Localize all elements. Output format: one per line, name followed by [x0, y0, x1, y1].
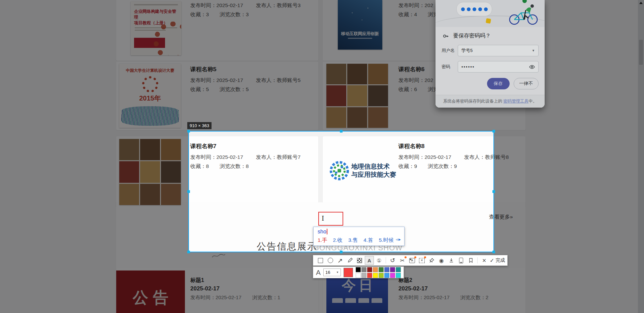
announcement-1-cover[interactable]: 公告 — [116, 271, 185, 313]
announcement-2-cover-partial-line — [326, 298, 388, 303]
announcement-2-info[interactable]: 标题2 2025-02-17 发布时间：2025-02-17浏览次数：2 — [398, 276, 488, 302]
palette-color-swatch[interactable] — [390, 267, 395, 272]
palette-color-swatch[interactable] — [384, 273, 389, 278]
palette-color-swatch[interactable] — [379, 273, 384, 278]
selection-handle[interactable] — [492, 190, 495, 193]
selection-handle[interactable] — [492, 251, 495, 253]
course-5-publish-time: 发布时间：2025-02-17 — [190, 77, 243, 83]
course-4-info[interactable]: 发布时间：202 收藏：4浏览 — [398, 1, 438, 19]
selection-handle[interactable] — [340, 130, 343, 133]
footer-text-prefix: 系统会将密码保存到此设备上的 — [443, 99, 503, 104]
save-button[interactable]: 保存 — [487, 78, 510, 89]
course-5-title[interactable]: 课程名称5 — [190, 65, 300, 74]
pin-button[interactable] — [427, 256, 436, 265]
bookmark-button[interactable] — [466, 256, 475, 265]
palette-color-swatch[interactable] — [373, 273, 378, 278]
text-cursor-ibeam-icon: I — [322, 216, 324, 222]
ime-next-page-icon[interactable]: ▶ — [398, 238, 401, 241]
palette-color-swatch[interactable] — [390, 273, 395, 278]
mosaic-tool-button[interactable] — [355, 256, 364, 265]
course-7-cover[interactable] — [119, 139, 181, 205]
password-dialog-footer: 系统会将密码保存到此设备上的 密码管理工具中。 — [436, 95, 545, 108]
announcement-1-info[interactable]: 标题1 2025-02-17 发布时间：2025-02-17浏览次数：1 — [190, 276, 280, 302]
scrollbar[interactable] — [638, 0, 644, 313]
ime-candidate-window: sho 1.手2.收3.售4.首5.时候 ◀▶ — [313, 227, 405, 246]
current-color-swatch[interactable] — [344, 268, 353, 277]
translate-button[interactable]: A — [408, 256, 417, 265]
scissors-icon: ✂ — [400, 257, 405, 264]
pushpin-icon — [429, 258, 434, 263]
course-6-cover[interactable] — [326, 64, 388, 128]
course-4-cover[interactable]: 移动互联网应用创新 — [338, 0, 382, 50]
done-button[interactable]: ✓ 完成 — [490, 257, 505, 264]
course-5-cover-title: 中国大学生计算机设计大赛 — [119, 68, 181, 74]
palette-color-swatch[interactable] — [361, 267, 366, 272]
course-5-cover[interactable]: 中国大学生计算机设计大赛 2015年 — [119, 64, 181, 128]
palette-color-swatch[interactable] — [356, 273, 361, 278]
ime-candidate[interactable]: 5.时候 — [379, 237, 394, 243]
selection-handle[interactable] — [187, 190, 190, 193]
send-to-device-button[interactable] — [456, 256, 465, 265]
palette-color-swatch[interactable] — [396, 267, 401, 272]
course-4-cover-title: 移动互联网应用创新 — [338, 31, 382, 37]
text-tool-button[interactable]: A — [365, 256, 374, 265]
selection-handle[interactable] — [187, 130, 190, 133]
selection-handle[interactable] — [187, 251, 190, 253]
selection-handle[interactable] — [492, 130, 495, 133]
selection-size-badge: 910 × 363 — [187, 122, 212, 129]
announcement-1-cover-text: 公告 — [116, 287, 185, 308]
password-manager-link[interactable]: 密码管理工具 — [503, 99, 528, 104]
cover-decor — [121, 106, 179, 126]
scrollbar-thumb[interactable] — [639, 40, 643, 65]
arrow-tool-button[interactable]: ↗ — [335, 256, 345, 265]
section-decor-squiggle — [212, 253, 226, 259]
ime-candidate[interactable]: 4.首 — [363, 237, 373, 243]
rectangle-icon — [318, 258, 323, 263]
cancel-button[interactable]: × — [480, 256, 489, 265]
palette-color-swatch[interactable] — [373, 267, 378, 272]
announcement-1-date: 2025-02-17 — [190, 284, 280, 293]
ime-prev-page-icon[interactable]: ◀ — [395, 238, 398, 241]
course-6-info[interactable]: 课程名称6 发布时间：202 收藏：6浏览 — [398, 65, 438, 94]
ellipse-tool-button[interactable] — [326, 256, 335, 265]
announcement-1-title[interactable]: 标题1 — [190, 276, 280, 284]
course-5-publisher: 发布人：教师账号5 — [256, 77, 301, 83]
palette-color-swatch[interactable] — [356, 267, 361, 272]
record-button[interactable]: ◉ — [437, 256, 446, 265]
ime-candidate[interactable]: 2.收 — [333, 237, 342, 243]
step-number-tool-button[interactable]: ① — [375, 256, 384, 265]
ocr-scissors-button[interactable]: ✂ — [398, 256, 407, 265]
username-select[interactable]: 学号5 ▼ — [458, 45, 539, 56]
save-download-button[interactable] — [447, 256, 456, 265]
ime-candidate[interactable]: 1.手 — [318, 237, 327, 243]
password-input[interactable]: •••••• — [458, 61, 539, 73]
palette-color-swatch[interactable] — [367, 273, 372, 278]
announcement-2-title[interactable]: 标题2 — [398, 276, 488, 284]
undo-button[interactable]: ↺ — [388, 256, 397, 265]
course-3-info[interactable]: 发布时间：2025-02-17发布人：教师账号3 收藏：3浏览次数：3 — [190, 1, 300, 19]
ime-candidate[interactable]: 3.售 — [348, 237, 358, 243]
screen-recognition-button[interactable]: ✕ — [417, 256, 426, 265]
palette-color-swatch[interactable] — [379, 267, 384, 272]
palette-color-swatch[interactable] — [361, 273, 366, 278]
course-5-info[interactable]: 课程名称5 发布时间：2025-02-17发布人：教师账号5 收藏：5浏览次数：… — [190, 65, 300, 94]
selection-handle[interactable] — [340, 251, 343, 253]
text-annotation-box[interactable]: I — [318, 212, 343, 226]
username-value: 学号5 — [461, 48, 532, 54]
course-3-cover-title: 企业网络构建与安全管理 — [131, 9, 181, 20]
pen-tool-button[interactable] — [345, 256, 354, 265]
cover-decor — [134, 4, 178, 5]
palette-color-swatch[interactable] — [367, 267, 372, 272]
rectangle-tool-button[interactable] — [316, 256, 325, 265]
never-button[interactable]: 一律不 — [514, 78, 539, 89]
eye-icon[interactable] — [529, 65, 535, 69]
course-3-cover[interactable]: 企业网络构建与安全管理 项目教程（上册） — [131, 1, 181, 55]
font-size-select[interactable]: 16 ▼ — [323, 268, 341, 276]
ellipse-icon — [328, 258, 333, 263]
palette-color-swatch[interactable] — [396, 273, 401, 278]
palette-color-swatch[interactable] — [384, 267, 389, 272]
announcement-1-publish-time: 发布时间：2025-02-17 — [190, 294, 242, 300]
password-dialog-illustration — [436, 0, 545, 27]
scrollbar-up-arrow-icon[interactable] — [639, 2, 643, 4]
course-6-title[interactable]: 课程名称6 — [398, 65, 438, 74]
